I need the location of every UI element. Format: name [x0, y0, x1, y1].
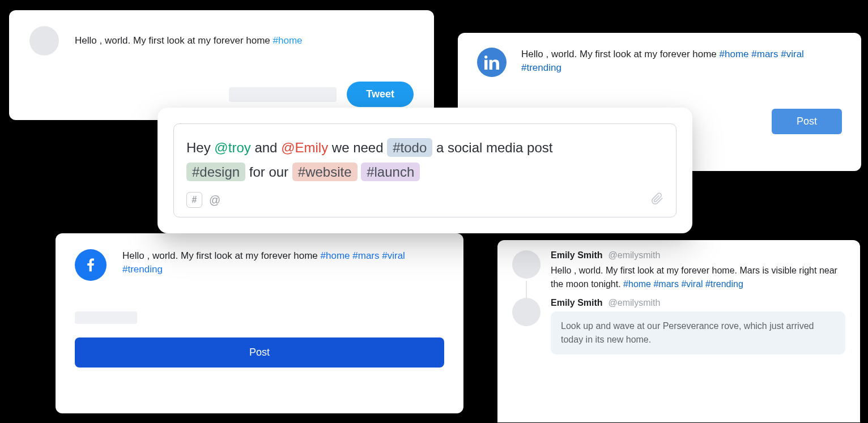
thread-post-2: Emily Smith @emilysmith Look up and wave…	[512, 298, 845, 354]
facebook-card: Hello , world. My first look at my forev…	[56, 233, 463, 413]
linkedin-icon	[477, 48, 507, 77]
linkedin-post-text: Hello , world. My first look at my forev…	[521, 48, 842, 75]
tag-todo[interactable]: #todo	[387, 138, 432, 157]
thread-author-name-1[interactable]: Emily Smith	[551, 250, 603, 260]
twitter-placeholder-bar	[229, 87, 337, 102]
thread-hashtag-trending[interactable]: #trending	[705, 279, 743, 289]
facebook-icon	[75, 249, 107, 281]
tag-website[interactable]: #website	[292, 163, 358, 181]
composer-toolbar-left: # @	[186, 192, 220, 208]
thread-body-1: Emily Smith @emilysmith Hello , world. M…	[551, 250, 845, 291]
thread-author-name-2[interactable]: Emily Smith	[551, 298, 603, 308]
thread-body-2: Emily Smith @emilysmith Look up and wave…	[551, 298, 845, 354]
composer-input-box[interactable]: Hey @troy and @Emily we need #todo a soc…	[173, 123, 676, 217]
composer-text[interactable]: Hey @troy and @Emily we need #todo a soc…	[186, 135, 663, 184]
mention-troy[interactable]: @troy	[214, 140, 250, 155]
thread-text-1: Hello , world. My first look at my forev…	[551, 264, 845, 291]
tweet-button[interactable]: Tweet	[347, 82, 414, 107]
composer-seg-2: we need	[328, 140, 387, 155]
composer-seg-1: Hey	[186, 140, 214, 155]
thread-author-handle-1[interactable]: @emilysmith	[609, 250, 661, 260]
facebook-header: Hello , world. My first look at my forev…	[75, 249, 444, 281]
facebook-placeholder-bar	[75, 311, 137, 324]
facebook-hashtag-mars[interactable]: #mars	[352, 250, 379, 261]
attachment-icon[interactable]	[651, 193, 663, 207]
thread-post-1: Emily Smith @emilysmith Hello , world. M…	[512, 250, 845, 291]
facebook-hashtag-viral[interactable]: #viral	[382, 250, 405, 261]
twitter-avatar	[29, 26, 59, 55]
tag-design[interactable]: #design	[186, 163, 245, 181]
facebook-hashtag-home[interactable]: #home	[321, 250, 350, 261]
facebook-hashtag-trending[interactable]: #trending	[122, 264, 163, 275]
composer-toolbar: # @	[186, 192, 663, 208]
thread-avatar-2	[512, 298, 541, 326]
thread-reply-bubble: Look up and wave at our Perseverance rov…	[551, 311, 845, 354]
linkedin-post-button[interactable]: Post	[772, 109, 842, 134]
linkedin-hashtag-home[interactable]: #home	[720, 49, 749, 59]
composer-seg-4: for our	[245, 164, 292, 180]
mention-emily[interactable]: @Emily	[281, 140, 328, 155]
thread-card: Emily Smith @emilysmith Hello , world. M…	[497, 240, 860, 422]
linkedin-hashtag-mars[interactable]: #mars	[751, 49, 778, 59]
facebook-text: Hello , world. My first look at my forev…	[122, 250, 321, 261]
composer-seg-and: and	[251, 140, 281, 155]
thread-name-row-2: Emily Smith @emilysmith	[551, 298, 845, 308]
thread-hashtag-home[interactable]: #home	[623, 279, 651, 289]
linkedin-header: Hello , world. My first look at my forev…	[477, 48, 842, 77]
composer-seg-3: a social media post	[432, 140, 552, 155]
thread-hashtag-viral[interactable]: #viral	[681, 279, 703, 289]
hashtag-button[interactable]: #	[186, 192, 202, 208]
mention-button[interactable]: @	[209, 194, 220, 207]
facebook-post-button[interactable]: Post	[75, 337, 444, 368]
tag-launch[interactable]: #launch	[361, 163, 420, 181]
facebook-post-text: Hello , world. My first look at my forev…	[122, 249, 444, 276]
composer-card: Hey @troy and @Emily we need #todo a soc…	[158, 108, 692, 233]
twitter-card: Hello , world. My first look at my forev…	[9, 10, 434, 120]
twitter-header: Hello , world. My first look at my forev…	[29, 26, 414, 55]
linkedin-hashtag-viral[interactable]: #viral	[781, 49, 804, 59]
twitter-hashtag[interactable]: #home	[273, 35, 303, 46]
twitter-post-text: Hello , world. My first look at my forev…	[75, 34, 303, 48]
thread-author-handle-2[interactable]: @emilysmith	[609, 298, 661, 308]
thread-hashtag-mars[interactable]: #mars	[653, 279, 678, 289]
linkedin-hashtag-trending[interactable]: #trending	[521, 62, 561, 73]
linkedin-text: Hello , world. My first look at my forev…	[521, 49, 720, 59]
thread-name-row-1: Emily Smith @emilysmith	[551, 250, 845, 260]
twitter-actions: Tweet	[29, 82, 414, 107]
thread-avatar-1	[512, 250, 541, 279]
twitter-text: Hello , world. My first look at my forev…	[75, 35, 273, 46]
